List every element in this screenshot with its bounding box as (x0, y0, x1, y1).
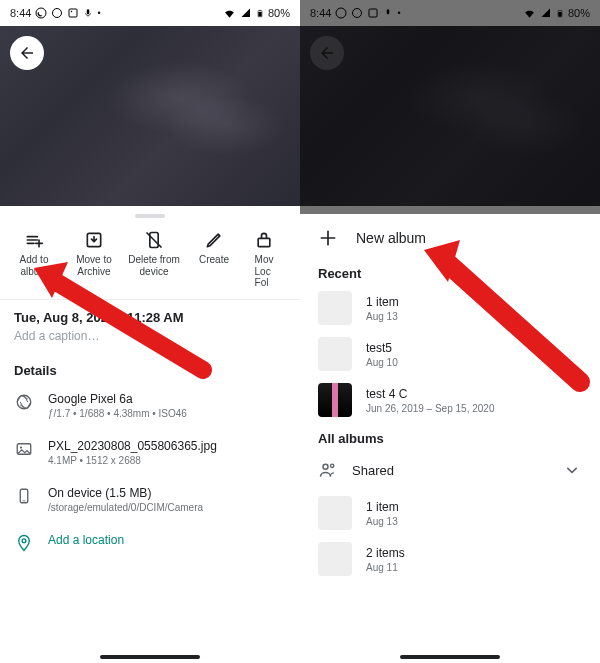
aperture-icon (15, 393, 33, 411)
album-row[interactable]: test5 Aug 10 (300, 331, 600, 377)
all-albums-header: All albums (300, 423, 600, 450)
shared-row[interactable]: Shared (300, 450, 600, 490)
phone-right: 8:44 • 80% New album Recent 1 it (300, 0, 600, 663)
svg-rect-10 (258, 238, 270, 246)
status-time: 8:44 (10, 7, 31, 19)
add-to-album-icon (24, 230, 44, 250)
bottom-sheet-info: Add to album Move to Archive Delete from… (0, 206, 300, 663)
album-thumb (318, 383, 352, 417)
photo-icon (367, 7, 379, 19)
battery-icon (556, 7, 564, 20)
photo-preview[interactable] (0, 26, 300, 206)
svg-rect-23 (558, 11, 561, 16)
timestamp: Tue, Aug 8, 2023 • 11:28 AM (14, 310, 286, 325)
circle-icon (351, 7, 363, 19)
svg-rect-6 (258, 11, 261, 16)
signal-icon (540, 7, 552, 19)
album-thumb (318, 337, 352, 371)
sheet-handle[interactable] (135, 214, 165, 218)
new-album-button[interactable]: New album (300, 214, 600, 258)
battery-icon (256, 7, 264, 20)
photo-preview (300, 26, 600, 206)
action-delete-from-device[interactable]: Delete from device (124, 228, 184, 291)
action-row[interactable]: Add to album Move to Archive Delete from… (0, 224, 300, 300)
svg-point-19 (353, 9, 362, 18)
battery-pct: 80% (568, 7, 590, 19)
whatsapp-icon (335, 7, 347, 19)
status-bar: 8:44 • 80% (300, 0, 600, 26)
svg-point-24 (323, 464, 328, 469)
album-row[interactable]: 2 items Aug 11 (300, 536, 600, 582)
detail-device: Google Pixel 6a ƒ/1.7 • 1/688 • 4.38mm •… (0, 382, 300, 429)
album-thumb (318, 496, 352, 530)
recent-header: Recent (300, 258, 600, 285)
svg-point-3 (71, 11, 73, 13)
status-bar: 8:44 • 80% (0, 0, 300, 26)
svg-rect-15 (23, 500, 26, 501)
shared-icon (318, 460, 338, 480)
svg-point-18 (336, 8, 346, 18)
signal-icon (240, 7, 252, 19)
svg-rect-20 (369, 9, 377, 17)
album-thumb (318, 291, 352, 325)
photo-icon (67, 7, 79, 19)
gesture-bar[interactable] (100, 655, 200, 659)
status-time: 8:44 (310, 7, 331, 19)
phone-icon (15, 487, 33, 505)
locked-folder-icon (254, 230, 274, 250)
svg-rect-4 (87, 9, 90, 14)
detail-file: PXL_20230808_055806365.jpg 4.1MP • 1512 … (0, 429, 300, 476)
phone-left: 8:44 • 80% Add to album Mov (0, 0, 300, 663)
album-row[interactable]: 1 item Aug 13 (300, 490, 600, 536)
wifi-icon (523, 7, 536, 20)
action-add-to-album[interactable]: Add to album (4, 228, 64, 291)
arrow-left-icon (318, 44, 336, 62)
caption-input[interactable]: Add a caption… (14, 329, 286, 343)
timestamp-section: Tue, Aug 8, 2023 • 11:28 AM Add a captio… (0, 300, 300, 353)
dot-icon: • (97, 8, 100, 18)
svg-rect-7 (259, 9, 260, 10)
back-button[interactable] (310, 36, 344, 70)
svg-point-16 (22, 538, 26, 542)
detail-storage: On device (1.5 MB) /storage/emulated/0/D… (0, 476, 300, 523)
wifi-icon (223, 7, 236, 20)
svg-point-1 (53, 9, 62, 18)
chevron-down-icon (562, 460, 582, 480)
back-button[interactable] (10, 36, 44, 70)
svg-point-0 (36, 8, 46, 18)
mic-icon (83, 8, 93, 18)
whatsapp-icon (35, 7, 47, 19)
mic-icon (383, 8, 393, 18)
action-move-to-archive[interactable]: Move to Archive (64, 228, 124, 291)
album-thumb (318, 542, 352, 576)
gesture-bar[interactable] (400, 655, 500, 659)
svg-point-25 (331, 464, 334, 467)
album-row[interactable]: test 4 C Jun 26, 2019 – Sep 15, 2020 (300, 377, 600, 423)
action-create[interactable]: Create (184, 228, 244, 291)
svg-rect-2 (69, 9, 77, 17)
album-row[interactable]: 1 item Aug 13 (300, 285, 600, 331)
svg-rect-21 (387, 9, 390, 14)
location-icon (15, 534, 33, 552)
delete-device-icon (144, 230, 164, 250)
arrow-left-icon (18, 44, 36, 62)
plus-icon (318, 228, 338, 248)
bottom-sheet-album-picker: New album Recent 1 item Aug 13 test5 Aug… (300, 214, 600, 663)
detail-add-location[interactable]: Add a location (0, 523, 300, 562)
create-icon (204, 230, 224, 250)
battery-pct: 80% (268, 7, 290, 19)
archive-icon (84, 230, 104, 250)
image-icon (15, 440, 33, 458)
details-header: Details (14, 363, 286, 378)
circle-icon (51, 7, 63, 19)
svg-point-13 (20, 446, 22, 448)
action-move-to-locked[interactable]: MovLocFol (244, 228, 284, 291)
